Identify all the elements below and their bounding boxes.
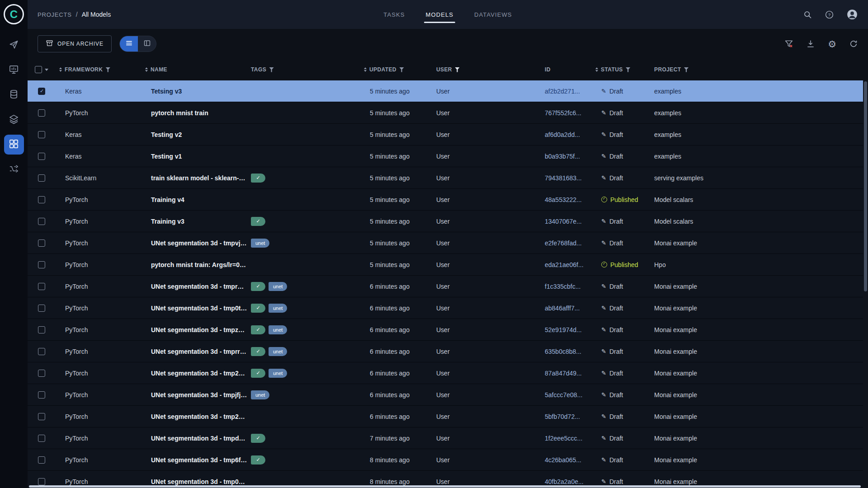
cell-name[interactable]: Testing v1 — [142, 153, 247, 160]
app-logo[interactable]: C — [4, 4, 24, 24]
row-checkbox[interactable] — [38, 174, 45, 182]
sidebar-item-dashboard[interactable] — [4, 35, 24, 55]
table-row[interactable]: PyTorch Training v4 5 minutes ago User 4… — [28, 189, 868, 211]
help-icon[interactable]: ? — [825, 10, 834, 19]
horizontal-scrollbar-thumb[interactable] — [29, 485, 861, 488]
table-row[interactable]: PyTorch Training v3 ✓ 5 minutes ago User… — [28, 211, 868, 232]
cell-name[interactable]: UNet segmentation 3d - tmp2kr0... — [142, 413, 247, 420]
table-row[interactable]: Keras Tetsing v3 5 minutes ago User af2b… — [28, 80, 868, 102]
select-menu-caret-icon[interactable] — [45, 69, 48, 71]
cell-name[interactable]: UNet segmentation 3d - tmpjfjpv... — [142, 391, 247, 399]
row-checkbox[interactable] — [38, 261, 45, 268]
cell-name[interactable]: Tetsing v3 — [142, 88, 247, 95]
sidebar-item-models[interactable] — [4, 135, 24, 155]
table-row[interactable]: PyTorch UNet segmentation 3d - tmpvjhyl.… — [28, 232, 868, 254]
tab-models[interactable]: MODELS — [425, 0, 455, 29]
row-checkbox[interactable] — [38, 131, 45, 138]
row-checkbox[interactable] — [38, 348, 45, 355]
vertical-scrollbar-thumb[interactable] — [864, 81, 867, 291]
select-all-checkbox[interactable] — [35, 66, 42, 73]
table-row[interactable]: PyTorch UNet segmentation 3d - tmpzh0...… — [28, 319, 868, 341]
cell-name[interactable]: UNet segmentation 3d - tmpvjhyl... — [142, 239, 247, 247]
download-icon[interactable] — [806, 39, 815, 48]
row-checkbox[interactable] — [38, 413, 45, 420]
column-header-id[interactable]: ID — [541, 66, 592, 73]
row-checkbox[interactable] — [38, 239, 45, 247]
cell-name[interactable]: UNet segmentation 3d - tmp0an... — [142, 478, 247, 485]
sort-icon[interactable] — [145, 67, 148, 72]
table-row[interactable]: ScikitLearn train sklearn model - sklear… — [28, 167, 868, 189]
detail-view-button[interactable] — [138, 36, 156, 52]
cell-user: User — [433, 478, 541, 485]
column-header-status[interactable]: STATUS — [592, 66, 651, 73]
sort-icon[interactable] — [595, 67, 598, 72]
column-header-updated[interactable]: UPDATED — [360, 66, 433, 73]
settings-gear-icon[interactable]: ⚙ — [828, 39, 836, 49]
search-icon[interactable] — [803, 10, 812, 19]
row-checkbox[interactable] — [38, 456, 45, 464]
user-avatar[interactable] — [846, 9, 858, 20]
auto-refresh-icon[interactable] — [849, 39, 858, 48]
cell-name[interactable]: UNet segmentation 3d - tmprb9d... — [142, 283, 247, 290]
cell-name[interactable]: Training v4 — [142, 196, 247, 203]
row-checkbox[interactable] — [38, 283, 45, 290]
cell-name[interactable]: Training v3 — [142, 218, 247, 225]
cell-name[interactable]: UNet segmentation 3d - tmp6fq0... — [142, 456, 247, 464]
table-row[interactable]: PyTorch UNet segmentation 3d - tmp2kr0..… — [28, 406, 868, 427]
filter-icon-tags[interactable] — [269, 67, 274, 72]
row-checkbox[interactable] — [38, 435, 45, 442]
table-row[interactable]: PyTorch pytorch mnist train 5 minutes ag… — [28, 102, 868, 124]
cell-name[interactable]: UNet segmentation 3d - tmpzh0... — [142, 326, 247, 333]
row-checkbox[interactable] — [38, 370, 45, 377]
row-checkbox[interactable] — [38, 88, 45, 95]
clear-filters-icon[interactable] — [784, 39, 793, 48]
filter-icon-updated[interactable] — [399, 67, 404, 72]
cell-name[interactable]: pytorch mnist train — [142, 109, 247, 117]
sidebar-item-pipelines[interactable] — [4, 110, 24, 130]
row-checkbox[interactable] — [38, 153, 45, 160]
sort-icon[interactable] — [364, 67, 367, 72]
cell-name[interactable]: UNet segmentation 3d - tmp29rf... — [142, 370, 247, 377]
column-header-framework[interactable]: FRAMEWORK — [56, 66, 142, 73]
filter-icon-framework[interactable] — [105, 67, 110, 72]
row-checkbox[interactable] — [38, 305, 45, 312]
table-row[interactable]: PyTorch pytorch mnist train: Args/lr=0.0… — [28, 254, 868, 276]
cell-name[interactable]: Testing v2 — [142, 131, 247, 138]
table-row[interactable]: PyTorch UNet segmentation 3d - tmp0tu...… — [28, 297, 868, 319]
sort-icon[interactable] — [59, 67, 62, 72]
table-row[interactable]: PyTorch UNet segmentation 3d - tmprrae..… — [28, 341, 868, 362]
column-header-project[interactable]: PROJECT — [651, 66, 868, 73]
table-row[interactable]: PyTorch UNet segmentation 3d - tmp29rf..… — [28, 362, 868, 384]
row-checkbox[interactable] — [38, 478, 45, 485]
row-checkbox[interactable] — [38, 326, 45, 333]
row-checkbox[interactable] — [38, 196, 45, 203]
cell-name[interactable]: UNet segmentation 3d - tmpdm4... — [142, 435, 247, 442]
column-header-tags[interactable]: TAGS — [247, 66, 360, 73]
table-row[interactable]: Keras Testing v1 5 minutes ago User b0a9… — [28, 145, 868, 167]
breadcrumb-projects[interactable]: PROJECTS — [38, 11, 72, 18]
row-checkbox[interactable] — [38, 109, 45, 117]
table-row[interactable]: PyTorch UNet segmentation 3d - tmpjfjpv.… — [28, 384, 868, 406]
filter-icon-project[interactable] — [684, 67, 689, 72]
cell-name[interactable]: train sklearn model - sklearn-mo... — [142, 174, 247, 182]
sidebar-item-workers-queues[interactable] — [4, 160, 24, 179]
open-archive-button[interactable]: OPEN ARCHIVE — [38, 35, 112, 52]
table-row[interactable]: PyTorch UNet segmentation 3d - tmp6fq0..… — [28, 449, 868, 471]
cell-name[interactable]: pytorch mnist train: Args/lr=0.01 — [142, 261, 247, 268]
cell-name[interactable]: UNet segmentation 3d - tmp0tu... — [142, 305, 247, 312]
filter-icon-user-active[interactable] — [455, 67, 460, 72]
column-header-user[interactable]: USER — [433, 66, 541, 73]
column-header-name[interactable]: NAME — [142, 66, 247, 73]
filter-icon-status[interactable] — [626, 67, 631, 72]
sidebar-item-datasets[interactable] — [4, 85, 24, 105]
sidebar-item-projects[interactable] — [4, 60, 24, 80]
cell-name[interactable]: UNet segmentation 3d - tmprrae... — [142, 348, 247, 355]
table-view-button[interactable] — [120, 36, 138, 52]
table-row[interactable]: PyTorch UNet segmentation 3d - tmprb9d..… — [28, 276, 868, 297]
row-checkbox[interactable] — [38, 218, 45, 225]
row-checkbox[interactable] — [38, 391, 45, 399]
tab-dataviews[interactable]: DATAVIEWS — [473, 0, 513, 29]
tab-tasks[interactable]: TASKS — [382, 0, 406, 29]
table-row[interactable]: Keras Testing v2 5 minutes ago User af6d… — [28, 124, 868, 145]
table-row[interactable]: PyTorch UNet segmentation 3d - tmpdm4...… — [28, 427, 868, 449]
